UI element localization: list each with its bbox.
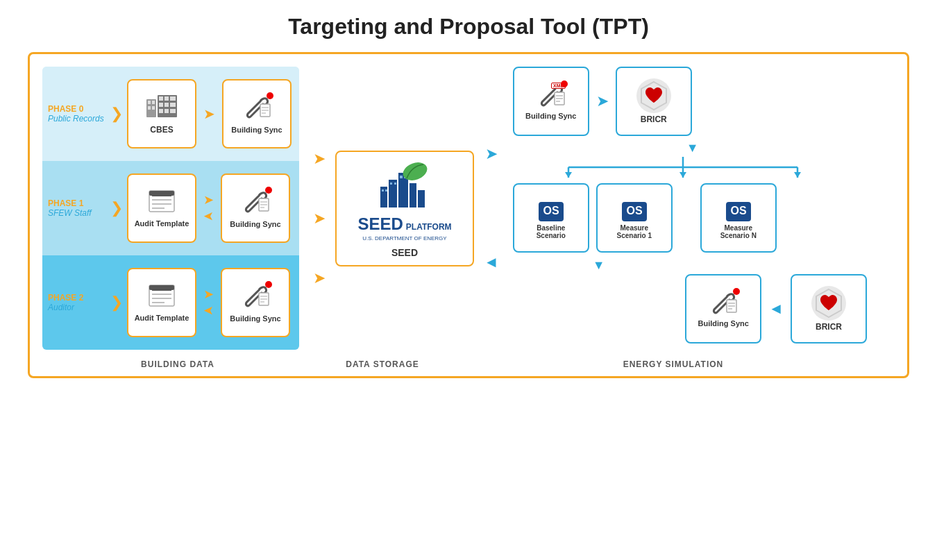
svg-rect-47	[394, 183, 396, 185]
branch-arrows	[506, 157, 895, 180]
measureN-label: Measure Scenario N	[720, 224, 757, 239]
phase-1-double-arrow: ➤ ➤	[203, 192, 214, 224]
svg-text:OS: OS	[626, 205, 642, 217]
phase-1-row: PHASE 1 SFEW Staff ❯	[42, 161, 299, 255]
footer-labels: BUILDING DATA DATA STORAGE ENERGY SIMULA…	[42, 359, 895, 369]
svg-rect-13	[164, 109, 169, 113]
bsync-badge-2	[265, 281, 272, 288]
energy-row-1: XML Building Sync ➤ BRICR	[506, 67, 895, 136]
svg-rect-24	[149, 191, 174, 196]
phase-2-double-arrow: ➤ ➤	[203, 287, 214, 319]
phase-0-boxes: CBES ➤	[127, 79, 292, 149]
energy-bsync-bottom-box: Building Sync	[685, 274, 761, 343]
svg-marker-62	[679, 172, 686, 178]
phase-2-label: PHASE 2 Auditor	[48, 293, 110, 312]
phase-2-row: PHASE 2 Auditor ❯	[42, 255, 299, 350]
seed-label-bottom: SEED	[391, 247, 418, 258]
svg-rect-6	[159, 96, 163, 101]
bsync-icon-0	[242, 94, 271, 121]
svg-rect-10	[164, 103, 169, 107]
phase-1-title: PHASE 1	[48, 198, 83, 208]
phase-1-boxes: Audit Template ➤ ➤	[127, 173, 292, 243]
bricr-top-label: BRICR	[641, 114, 667, 124]
svg-rect-43	[418, 190, 425, 207]
seed-platform-text: PLATFORM	[406, 222, 452, 232]
footer-label-building: BUILDING DATA	[49, 359, 306, 369]
bricr-bottom-box: BRICR	[791, 274, 867, 343]
phase-0-arrow: ❯	[110, 105, 123, 123]
energy-column: XML Building Sync ➤ BRICR	[499, 67, 895, 350]
svg-rect-45	[385, 189, 387, 192]
building-data-column: PHASE 0 Public Records ❯	[42, 67, 299, 350]
phase-2-bsync-box: Building Sync	[221, 268, 290, 337]
svg-rect-44	[382, 189, 384, 192]
svg-marker-61	[565, 172, 572, 178]
phase-0-subtitle: Public Records	[48, 114, 104, 124]
cbes-box: CBES	[127, 79, 196, 149]
bricr-bottom-label: BRICR	[816, 322, 842, 332]
phase-1-arrow: ❯	[110, 199, 123, 217]
seed-dept-text: U.S. DEPARTMENT OF ENERGY	[362, 235, 446, 241]
svg-rect-14	[170, 109, 176, 113]
audit-icon-2	[148, 284, 176, 309]
seed-logo-icon	[373, 159, 436, 214]
svg-rect-46	[390, 183, 392, 185]
baseline-label: Baseline Scenario	[537, 224, 566, 239]
svg-rect-4	[152, 106, 155, 110]
measure-scenario-1-box: OS Measure Scenario 1	[596, 183, 673, 253]
phase-0-label: PHASE 0 Public Records	[48, 104, 110, 124]
energy-bsync-bottom-label: Building Sync	[698, 319, 749, 328]
scenarios-row: OS Baseline Scenario OS Measure Scenario…	[506, 183, 895, 253]
svg-rect-12	[159, 109, 163, 113]
seed-text-group: SEED PLATFORM	[357, 214, 451, 234]
svg-rect-9	[159, 103, 163, 107]
svg-rect-3	[148, 106, 151, 110]
phase-2-audit-label: Audit Template	[135, 314, 189, 322]
energy-row-3: Building Sync ◄ BRICR	[506, 274, 867, 343]
bricr-top-icon	[636, 78, 671, 113]
scenario-down-arrow: ▼	[506, 258, 895, 273]
phase-2-arrow: ❯	[110, 294, 123, 312]
seed-box: SEED PLATFORM U.S. DEPARTMENT OF ENERGY …	[335, 151, 474, 266]
bricr-bottom-icon	[811, 286, 846, 321]
svg-rect-34	[149, 285, 174, 290]
bsync-badge-1	[265, 187, 272, 194]
phase-1-label: PHASE 1 SFEW Staff	[48, 198, 110, 218]
audit-icon-1	[148, 189, 176, 215]
audit-template-2-box: Audit Template	[127, 268, 196, 337]
phase-2-boxes: Audit Template ➤ ➤	[127, 268, 292, 337]
svg-text:OS: OS	[543, 205, 559, 217]
bricr-down-arrows: ▼	[506, 142, 895, 154]
cbes-icon	[145, 94, 178, 121]
measure1-icon: OS	[619, 196, 650, 224]
measure-scenario-n-box: OS Measure Scenario N	[700, 183, 777, 253]
phase-1-bsync-box: Building Sync	[221, 173, 290, 243]
audit-template-1-box: Audit Template	[127, 173, 196, 243]
phase-2-subtitle: Auditor	[48, 303, 74, 312]
phase-0-arrow-right: ➤	[203, 105, 215, 122]
bsync-icon-1	[241, 189, 270, 216]
phase-1-bsync-label: Building Sync	[230, 220, 280, 228]
energy-bsync-bottom-badge	[733, 288, 740, 295]
svg-rect-7	[164, 96, 169, 101]
main-diagram: PHASE 0 Public Records ❯	[28, 52, 909, 378]
measureN-icon: OS	[723, 196, 754, 224]
phase-0-row: PHASE 0 Public Records ❯	[42, 67, 299, 161]
phase-0-bsync-box: Building Sync	[222, 79, 292, 149]
footer-label-energy: ENERGY SIMULATION	[459, 359, 888, 369]
svg-rect-1	[148, 101, 151, 104]
svg-text:OS: OS	[730, 205, 746, 217]
bricr-top-box: BRICR	[616, 67, 692, 136]
energy-row1-arrow: ➤	[596, 92, 609, 110]
phase-0-title: PHASE 0	[48, 104, 83, 114]
bsync-badge-0	[267, 92, 273, 99]
phase-2-title: PHASE 2	[48, 293, 83, 303]
seed-main-text: SEED	[357, 214, 403, 234]
energy-bsync-icon: XML	[537, 83, 566, 109]
energy-row3-arrow: ◄	[768, 300, 784, 318]
bsync-icon-2	[241, 283, 270, 310]
baseline-icon: OS	[536, 196, 566, 224]
phase-0-bsync-label: Building Sync	[231, 126, 282, 134]
footer-label-storage: DATA STORAGE	[306, 359, 459, 369]
measure1-label: Measure Scenario 1	[616, 224, 652, 239]
